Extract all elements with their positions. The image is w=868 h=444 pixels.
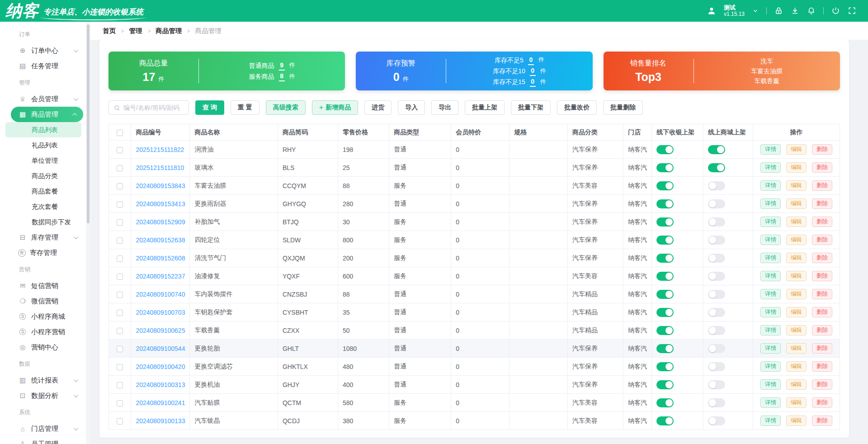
row-checkbox[interactable] — [117, 364, 123, 370]
sidebar-scrollbar-thumb[interactable] — [87, 24, 90, 223]
detail-button[interactable]: 详情 — [760, 379, 781, 390]
offline-toggle[interactable] — [656, 272, 674, 281]
edit-button[interactable]: 编辑 — [786, 217, 807, 227]
row-checkbox[interactable] — [117, 165, 123, 171]
row-checkbox[interactable] — [117, 255, 123, 262]
edit-button[interactable]: 编辑 — [786, 397, 807, 408]
sidebar-item-statistics-report[interactable]: ▥统计报表 — [0, 373, 86, 388]
sidebar-item-miniapp-marketing[interactable]: ⓢ小程序营销 — [0, 324, 86, 340]
product-id-link[interactable]: 20240809100740 — [136, 291, 185, 298]
delete-button[interactable]: 删除 — [812, 361, 832, 372]
detail-button[interactable]: 详情 — [760, 217, 781, 227]
delete-button[interactable]: 删除 — [812, 271, 832, 281]
row-checkbox[interactable] — [117, 310, 123, 316]
sidebar-item-store-management[interactable]: ⌂门店管理 — [0, 421, 86, 436]
row-checkbox[interactable] — [117, 183, 123, 189]
online-toggle[interactable] — [708, 362, 725, 371]
row-checkbox[interactable] — [117, 400, 123, 406]
online-toggle[interactable] — [708, 380, 725, 389]
row-checkbox[interactable] — [117, 147, 123, 153]
online-toggle[interactable] — [708, 163, 725, 172]
edit-button[interactable]: 编辑 — [786, 361, 807, 372]
online-toggle[interactable] — [708, 181, 725, 190]
sidebar-subitem[interactable]: 充次套餐 — [0, 199, 86, 214]
offline-toggle[interactable] — [656, 416, 674, 425]
sidebar-subitem[interactable]: 单位管理 — [0, 153, 86, 168]
detail-button[interactable]: 详情 — [760, 361, 781, 372]
product-id-link[interactable]: 20240809100420 — [136, 363, 185, 370]
online-toggle[interactable] — [708, 326, 725, 335]
add-product-button[interactable]: +新增商品 — [312, 100, 358, 115]
purchase-button[interactable]: 进货 — [364, 100, 392, 115]
product-id-link[interactable]: 20240809100241 — [136, 399, 185, 406]
product-id-link[interactable]: 20240809152237 — [136, 273, 185, 280]
query-button[interactable]: 查 询 — [195, 100, 224, 115]
edit-button[interactable]: 编辑 — [786, 289, 807, 299]
detail-button[interactable]: 详情 — [760, 289, 781, 299]
sidebar-item-task-management[interactable]: ▤任务管理 — [0, 58, 86, 74]
online-toggle[interactable] — [708, 254, 725, 263]
row-checkbox[interactable] — [117, 292, 123, 298]
delete-button[interactable]: 删除 — [812, 289, 832, 299]
offline-toggle[interactable] — [656, 380, 674, 389]
product-id-link[interactable]: 20240809100625 — [136, 327, 185, 334]
offline-toggle[interactable] — [656, 398, 674, 407]
sidebar-item-staff-management[interactable]: ♙员工管理 — [0, 436, 86, 444]
product-id-link[interactable]: 20251215111822 — [136, 146, 184, 153]
delete-button[interactable]: 删除 — [812, 379, 832, 390]
edit-button[interactable]: 编辑 — [786, 325, 807, 335]
online-toggle[interactable] — [708, 398, 725, 407]
download-icon[interactable] — [791, 6, 799, 15]
sidebar-item-inventory-management[interactable]: ⊟库存管理 — [0, 230, 86, 245]
online-toggle[interactable] — [708, 217, 725, 227]
offline-toggle[interactable] — [656, 217, 674, 227]
sidebar-item-sms-marketing[interactable]: ✉短信营销 — [0, 278, 86, 293]
row-checkbox[interactable] — [117, 382, 123, 388]
batch-delete-button[interactable]: 批量删除 — [603, 100, 643, 115]
online-toggle[interactable] — [708, 416, 725, 425]
power-icon[interactable] — [831, 6, 840, 15]
sidebar-subitem[interactable]: 商品套餐 — [0, 184, 86, 199]
offline-toggle[interactable] — [656, 181, 674, 190]
online-toggle[interactable] — [708, 145, 725, 154]
product-id-link[interactable]: 20240809100313 — [136, 381, 185, 388]
detail-button[interactable]: 详情 — [760, 162, 781, 173]
edit-button[interactable]: 编辑 — [786, 180, 807, 191]
sidebar-item-deposit-management[interactable]: 寄寄存管理 — [0, 245, 86, 260]
sidebar-item-order-center[interactable]: ⊕订单中心 — [0, 43, 86, 58]
detail-button[interactable]: 详情 — [760, 198, 781, 209]
offline-toggle[interactable] — [656, 326, 674, 335]
row-checkbox[interactable] — [117, 418, 123, 425]
edit-button[interactable]: 编辑 — [786, 271, 807, 281]
delete-button[interactable]: 删除 — [812, 217, 832, 227]
product-id-link[interactable]: 20240809153843 — [136, 182, 185, 189]
edit-button[interactable]: 编辑 — [786, 144, 807, 155]
select-all-checkbox[interactable] — [117, 130, 123, 136]
product-id-link[interactable]: 20240809153413 — [136, 200, 185, 208]
fullscreen-icon[interactable] — [848, 6, 856, 15]
sidebar-item-wechat-marketing[interactable]: ❍微信营销 — [0, 293, 86, 309]
detail-button[interactable]: 详情 — [760, 325, 781, 335]
delete-button[interactable]: 删除 — [812, 343, 832, 354]
delete-button[interactable]: 删除 — [812, 253, 832, 263]
breadcrumb-item[interactable]: 首页 — [103, 27, 116, 35]
sidebar-subitem[interactable]: 商品列表 — [5, 122, 81, 137]
offline-toggle[interactable] — [656, 290, 674, 299]
sidebar-item-member-management[interactable]: ♕会员管理 — [0, 91, 86, 107]
edit-button[interactable]: 编辑 — [786, 307, 807, 317]
detail-button[interactable]: 详情 — [760, 253, 781, 263]
online-toggle[interactable] — [708, 308, 725, 317]
edit-button[interactable]: 编辑 — [786, 162, 807, 173]
delete-button[interactable]: 删除 — [812, 325, 832, 335]
offline-toggle[interactable] — [656, 362, 674, 371]
breadcrumb-item[interactable]: 商品管理 — [156, 27, 182, 35]
user-avatar-icon[interactable] — [707, 6, 716, 15]
row-checkbox[interactable] — [117, 201, 123, 208]
row-checkbox[interactable] — [117, 237, 123, 244]
edit-button[interactable]: 编辑 — [786, 343, 807, 354]
batch-reprice-button[interactable]: 批量改价 — [557, 100, 597, 115]
detail-button[interactable]: 详情 — [760, 416, 781, 426]
bell-icon[interactable] — [807, 6, 816, 15]
offline-toggle[interactable] — [656, 145, 674, 154]
offline-toggle[interactable] — [656, 199, 674, 208]
